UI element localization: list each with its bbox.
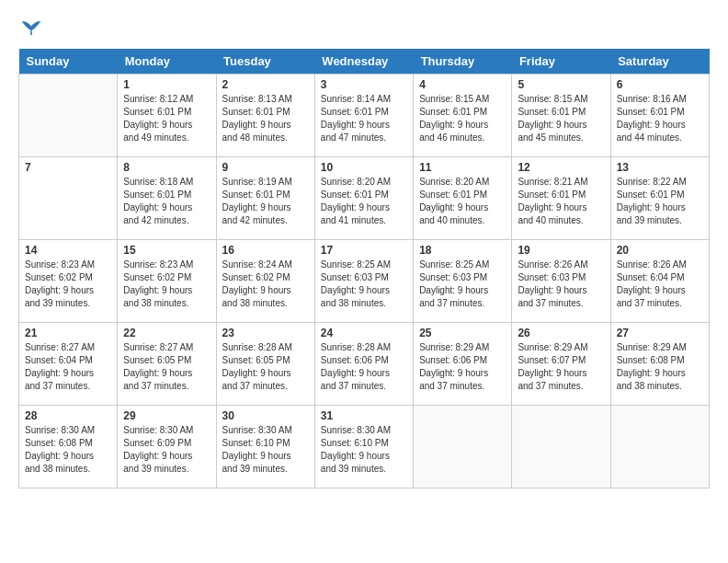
day-info: Sunrise: 8:16 AM Sunset: 6:01 PM Dayligh… <box>617 93 703 144</box>
weekday-header-friday: Friday <box>512 49 610 75</box>
calendar-cell: 18Sunrise: 8:25 AM Sunset: 6:03 PM Dayli… <box>414 240 512 323</box>
day-info: Sunrise: 8:30 AM Sunset: 6:10 PM Dayligh… <box>222 424 309 476</box>
calendar-cell: 25Sunrise: 8:29 AM Sunset: 6:06 PM Dayli… <box>414 323 512 406</box>
calendar-cell: 29Sunrise: 8:30 AM Sunset: 6:09 PM Dayli… <box>118 406 216 488</box>
calendar-cell: 16Sunrise: 8:24 AM Sunset: 6:02 PM Dayli… <box>216 240 314 323</box>
calendar-cell: 22Sunrise: 8:27 AM Sunset: 6:05 PM Dayli… <box>118 323 216 406</box>
day-info: Sunrise: 8:29 AM Sunset: 6:08 PM Dayligh… <box>617 341 703 393</box>
calendar-cell: 12Sunrise: 8:21 AM Sunset: 6:01 PM Dayli… <box>512 157 610 240</box>
calendar-cell: 13Sunrise: 8:22 AM Sunset: 6:01 PM Dayli… <box>610 157 709 240</box>
day-number: 1 <box>123 78 210 91</box>
calendar-cell: 28Sunrise: 8:30 AM Sunset: 6:08 PM Dayli… <box>19 406 118 488</box>
weekday-header-monday: Monday <box>118 49 216 75</box>
day-number: 24 <box>321 327 407 339</box>
day-number: 31 <box>321 409 407 422</box>
day-number: 23 <box>222 327 309 339</box>
day-number: 2 <box>222 78 309 91</box>
day-number: 18 <box>419 244 506 257</box>
page-container: SundayMondayTuesdayWednesdayThursdayFrid… <box>18 18 710 488</box>
day-info: Sunrise: 8:15 AM Sunset: 6:01 PM Dayligh… <box>419 93 506 144</box>
calendar-cell <box>19 75 118 157</box>
day-number: 25 <box>419 327 506 339</box>
day-info: Sunrise: 8:12 AM Sunset: 6:01 PM Dayligh… <box>123 93 210 144</box>
day-number: 29 <box>123 409 210 422</box>
day-info: Sunrise: 8:30 AM Sunset: 6:09 PM Dayligh… <box>123 424 210 476</box>
calendar-week-1: 1Sunrise: 8:12 AM Sunset: 6:01 PM Daylig… <box>19 75 710 157</box>
calendar-cell: 7 <box>19 157 118 240</box>
weekday-header-tuesday: Tuesday <box>216 49 314 75</box>
day-info: Sunrise: 8:24 AM Sunset: 6:02 PM Dayligh… <box>222 259 309 310</box>
calendar-cell: 15Sunrise: 8:23 AM Sunset: 6:02 PM Dayli… <box>118 240 216 323</box>
logo <box>18 18 42 41</box>
calendar-cell <box>414 406 512 488</box>
day-info: Sunrise: 8:14 AM Sunset: 6:01 PM Dayligh… <box>321 93 407 144</box>
calendar-cell: 20Sunrise: 8:26 AM Sunset: 6:04 PM Dayli… <box>610 240 709 323</box>
calendar-cell: 5Sunrise: 8:15 AM Sunset: 6:01 PM Daylig… <box>512 75 610 157</box>
day-number: 26 <box>518 327 604 339</box>
day-number: 5 <box>518 78 604 91</box>
day-info: Sunrise: 8:28 AM Sunset: 6:05 PM Dayligh… <box>222 341 309 393</box>
day-info: Sunrise: 8:20 AM Sunset: 6:01 PM Dayligh… <box>321 176 407 227</box>
day-info: Sunrise: 8:20 AM Sunset: 6:01 PM Dayligh… <box>419 176 506 227</box>
day-info: Sunrise: 8:27 AM Sunset: 6:05 PM Dayligh… <box>123 341 210 393</box>
calendar-cell: 19Sunrise: 8:26 AM Sunset: 6:03 PM Dayli… <box>512 240 610 323</box>
day-info: Sunrise: 8:23 AM Sunset: 6:02 PM Dayligh… <box>123 259 210 310</box>
day-info: Sunrise: 8:26 AM Sunset: 6:04 PM Dayligh… <box>617 259 703 310</box>
calendar-cell: 27Sunrise: 8:29 AM Sunset: 6:08 PM Dayli… <box>610 323 709 406</box>
calendar-week-3: 14Sunrise: 8:23 AM Sunset: 6:02 PM Dayli… <box>19 240 710 323</box>
calendar-week-4: 21Sunrise: 8:27 AM Sunset: 6:04 PM Dayli… <box>19 323 710 406</box>
day-number: 21 <box>25 327 111 339</box>
day-info: Sunrise: 8:26 AM Sunset: 6:03 PM Dayligh… <box>518 259 604 310</box>
calendar-cell: 4Sunrise: 8:15 AM Sunset: 6:01 PM Daylig… <box>414 75 512 157</box>
calendar-cell: 8Sunrise: 8:18 AM Sunset: 6:01 PM Daylig… <box>118 157 216 240</box>
day-number: 12 <box>518 161 604 174</box>
day-number: 9 <box>222 161 309 174</box>
weekday-header-row: SundayMondayTuesdayWednesdayThursdayFrid… <box>19 49 710 75</box>
header <box>18 18 710 41</box>
day-info: Sunrise: 8:28 AM Sunset: 6:06 PM Dayligh… <box>321 341 407 393</box>
day-info: Sunrise: 8:18 AM Sunset: 6:01 PM Dayligh… <box>123 176 210 227</box>
day-number: 15 <box>123 244 210 257</box>
calendar-cell: 24Sunrise: 8:28 AM Sunset: 6:06 PM Dayli… <box>314 323 413 406</box>
calendar-cell: 17Sunrise: 8:25 AM Sunset: 6:03 PM Dayli… <box>314 240 413 323</box>
day-number: 27 <box>617 327 703 339</box>
day-number: 13 <box>617 161 703 174</box>
day-number: 10 <box>321 161 407 174</box>
calendar-cell: 3Sunrise: 8:14 AM Sunset: 6:01 PM Daylig… <box>314 75 413 157</box>
day-number: 4 <box>419 78 506 91</box>
calendar-cell: 21Sunrise: 8:27 AM Sunset: 6:04 PM Dayli… <box>19 323 118 406</box>
weekday-header-thursday: Thursday <box>414 49 512 75</box>
calendar-cell: 6Sunrise: 8:16 AM Sunset: 6:01 PM Daylig… <box>610 75 709 157</box>
day-info: Sunrise: 8:30 AM Sunset: 6:08 PM Dayligh… <box>25 424 111 476</box>
day-number: 7 <box>25 161 111 174</box>
day-number: 28 <box>25 409 111 422</box>
day-info: Sunrise: 8:27 AM Sunset: 6:04 PM Dayligh… <box>25 341 111 393</box>
day-number: 3 <box>321 78 407 91</box>
weekday-header-sunday: Sunday <box>19 49 118 75</box>
calendar-cell: 9Sunrise: 8:19 AM Sunset: 6:01 PM Daylig… <box>216 157 314 240</box>
weekday-header-saturday: Saturday <box>610 49 709 75</box>
day-number: 6 <box>617 78 703 91</box>
day-number: 30 <box>222 409 309 422</box>
calendar-week-2: 78Sunrise: 8:18 AM Sunset: 6:01 PM Dayli… <box>19 157 710 240</box>
calendar-cell: 2Sunrise: 8:13 AM Sunset: 6:01 PM Daylig… <box>216 75 314 157</box>
calendar-table: SundayMondayTuesdayWednesdayThursdayFrid… <box>18 49 710 488</box>
day-info: Sunrise: 8:29 AM Sunset: 6:06 PM Dayligh… <box>419 341 506 393</box>
day-number: 19 <box>518 244 604 257</box>
day-info: Sunrise: 8:22 AM Sunset: 6:01 PM Dayligh… <box>617 176 703 227</box>
day-info: Sunrise: 8:30 AM Sunset: 6:10 PM Dayligh… <box>321 424 407 476</box>
calendar-cell <box>610 406 709 488</box>
day-info: Sunrise: 8:13 AM Sunset: 6:01 PM Dayligh… <box>222 93 309 144</box>
day-info: Sunrise: 8:23 AM Sunset: 6:02 PM Dayligh… <box>25 259 111 310</box>
day-number: 8 <box>123 161 210 174</box>
day-number: 22 <box>123 327 210 339</box>
day-info: Sunrise: 8:25 AM Sunset: 6:03 PM Dayligh… <box>419 259 506 310</box>
day-number: 16 <box>222 244 309 257</box>
day-number: 20 <box>617 244 703 257</box>
calendar-cell: 1Sunrise: 8:12 AM Sunset: 6:01 PM Daylig… <box>118 75 216 157</box>
day-number: 14 <box>25 244 111 257</box>
day-info: Sunrise: 8:15 AM Sunset: 6:01 PM Dayligh… <box>518 93 604 144</box>
day-info: Sunrise: 8:21 AM Sunset: 6:01 PM Dayligh… <box>518 176 604 227</box>
day-info: Sunrise: 8:25 AM Sunset: 6:03 PM Dayligh… <box>321 259 407 310</box>
day-info: Sunrise: 8:19 AM Sunset: 6:01 PM Dayligh… <box>222 176 309 227</box>
